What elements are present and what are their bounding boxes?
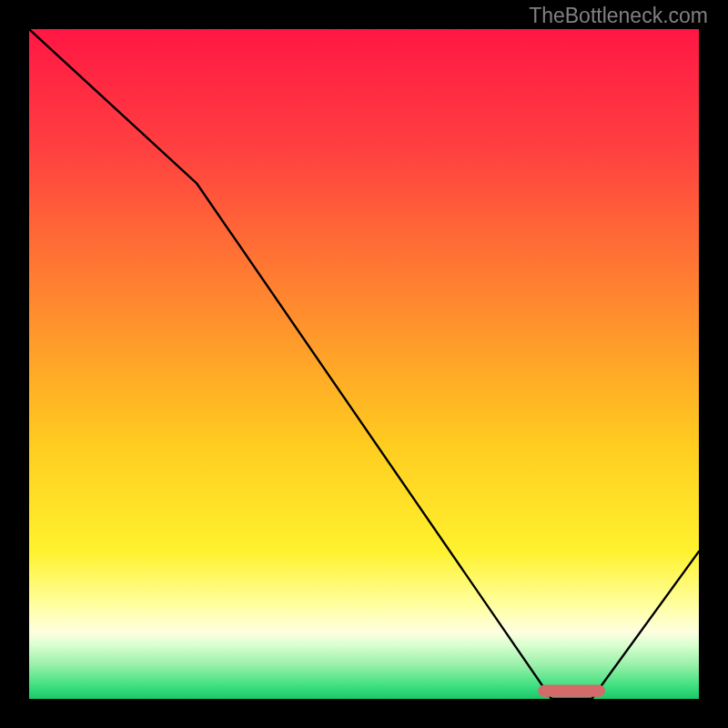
chart-plot-area	[29, 29, 699, 699]
watermark-text: TheBottleneck.com	[529, 4, 708, 28]
chart-background-gradient	[29, 29, 699, 699]
bottleneck-chart	[29, 29, 699, 699]
optimal-range-marker	[538, 685, 605, 697]
